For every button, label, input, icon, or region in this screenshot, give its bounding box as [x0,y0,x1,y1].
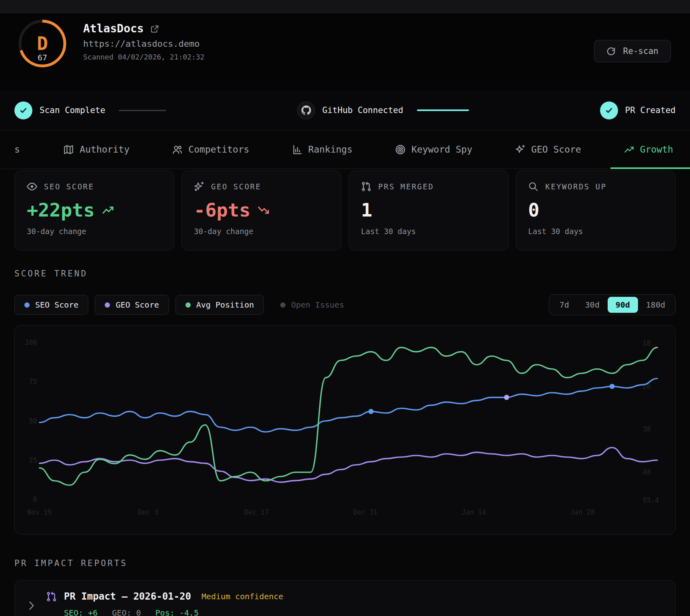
eye-icon [27,181,37,192]
pr-metric-geo: GEO: 0 [112,608,141,616]
stat-label: GEO SCORE [211,182,261,191]
legend-chip-avg-position[interactable]: Avg Position [175,295,264,315]
map-icon [64,145,74,155]
tab-geo-score[interactable]: GEO Score [513,130,584,169]
tab-keyword-spy[interactable]: Keyword Spy [393,130,475,169]
tab-label: Rankings [308,144,353,155]
stat-cards: SEO SCORE +22pts 30-day change GEO SCORE… [14,171,676,250]
pr-reports-title: PR IMPACT REPORTS [14,558,676,569]
tab-label: s [14,144,20,155]
range-180d[interactable]: 180d [638,297,673,313]
svg-text:Dec 31: Dec 31 [353,508,377,516]
stat-card-keywords-up: KEYWORDS UP 0 Last 30 days [516,171,676,250]
series-dot [280,302,285,308]
external-link-icon[interactable] [150,25,159,34]
legend-chip-open-issues[interactable]: Open Issues [270,295,354,315]
svg-text:Dec 17: Dec 17 [245,508,269,516]
legend-label: Avg Position [196,300,254,310]
page-title: AtlasDocs [83,22,144,35]
pipeline-connector [119,110,166,111]
tab-bar: s Authority Competitors Rankings Keyword… [0,130,690,169]
range-7d[interactable]: 7d [551,297,577,313]
range-30d[interactable]: 30d [577,297,608,313]
legend-chip-seo-score[interactable]: SEO Score [14,295,88,315]
tab-label: Authority [80,144,130,155]
trending-up-icon [624,145,634,155]
score-trend-title: SCORE TREND [14,269,676,279]
pr-metric-pos: Pos: -4.5 [156,608,199,616]
svg-text:38: 38 [642,425,650,433]
stat-card-geo-score: GEO SCORE -6pts 30-day change [181,171,341,250]
svg-text:0: 0 [33,495,37,503]
tab-growth[interactable]: Growth [622,130,676,169]
tab-rankings[interactable]: Rankings [290,130,355,169]
svg-text:Jan 28: Jan 28 [570,508,595,516]
chevron-right-icon[interactable] [28,601,35,610]
svg-text:Nov 19: Nov 19 [27,508,52,516]
top-strip [0,0,690,13]
tab-partial[interactable]: s [14,130,23,169]
stat-sub: Last 30 days [528,227,663,236]
legend-row: SEO Score GEO Score Avg Position Open Is… [14,294,676,315]
pr-metric-seo: SEO: +6 [64,608,98,616]
trend-chart-svg: 10075502501828384855.4Nov 19Dec 3Dec 17D… [15,326,675,534]
pipeline-connector-active [417,109,469,111]
target-icon [395,145,405,155]
stat-card-seo-score: SEO SCORE +22pts 30-day change [14,171,174,250]
tab-label: Competitors [188,144,249,155]
stat-sub: 30-day change [27,227,162,236]
score-ring: D 67 [17,18,68,69]
trend-chart-panel: 10075502501828384855.4Nov 19Dec 3Dec 17D… [14,325,676,535]
rescan-button[interactable]: Re-scan [594,40,671,62]
score-number: 67 [38,53,47,62]
site-header: D 67 AtlasDocs https://atlasdocs.demo Sc… [0,13,690,91]
series-dot [185,302,191,308]
pr-metrics: SEO: +6 GEO: 0 Pos: -4.5 [64,608,283,616]
stat-sub: Last 30 days [361,227,496,236]
step-label: PR Created [625,105,676,115]
check-icon [600,101,618,119]
svg-text:75: 75 [29,378,37,385]
stat-label: SEO SCORE [44,182,94,191]
svg-text:50: 50 [29,417,37,425]
svg-text:Dec 3: Dec 3 [138,508,158,516]
svg-text:48: 48 [642,468,650,476]
site-url: https://atlasdocs.demo [83,39,204,49]
trend-up-icon [102,204,114,216]
legend-label: GEO Score [116,300,159,310]
stat-sub: 30-day change [194,227,329,236]
git-pull-request-icon [361,181,371,192]
github-icon [297,101,315,119]
range-90d[interactable]: 90d [608,297,638,313]
tab-competitors[interactable]: Competitors [170,130,251,169]
series-dot [24,302,30,308]
tab-label: GEO Score [531,144,581,155]
tab-authority[interactable]: Authority [61,130,132,169]
search-icon [528,181,538,192]
tab-label: Growth [640,144,673,155]
stat-label: PRS MERGED [378,182,434,191]
svg-text:18: 18 [642,339,650,347]
svg-text:55.4: 55.4 [642,496,659,504]
bar-chart-icon [292,145,302,155]
sparkle-icon [194,181,204,192]
trend-down-icon [257,204,269,216]
svg-text:100: 100 [25,338,37,346]
stat-value: 1 [361,200,496,221]
range-selector: 7d 30d 90d 180d [549,294,676,315]
stat-card-prs-merged: PRS MERGED 1 Last 30 days [349,171,509,250]
step-pr-created: PR Created [600,101,676,119]
stat-value: -6pts [194,200,329,221]
scan-timestamp: Scanned 04/02/2026, 21:02:32 [83,53,204,61]
check-icon [14,101,32,119]
step-scan-complete: Scan Complete [14,101,105,119]
pr-impact-row[interactable]: PR Impact — 2026-01-20 Medium confidence… [14,580,676,616]
refresh-icon [606,47,616,56]
legend-chip-geo-score[interactable]: GEO Score [95,295,169,315]
step-label: GitHub Connected [322,105,403,115]
stat-value: +22pts [27,200,162,221]
git-pull-request-icon [46,591,57,602]
pr-confidence-badge: Medium confidence [201,592,283,601]
legend-label: SEO Score [35,300,78,310]
pr-title: PR Impact — 2026-01-20 [64,591,191,602]
